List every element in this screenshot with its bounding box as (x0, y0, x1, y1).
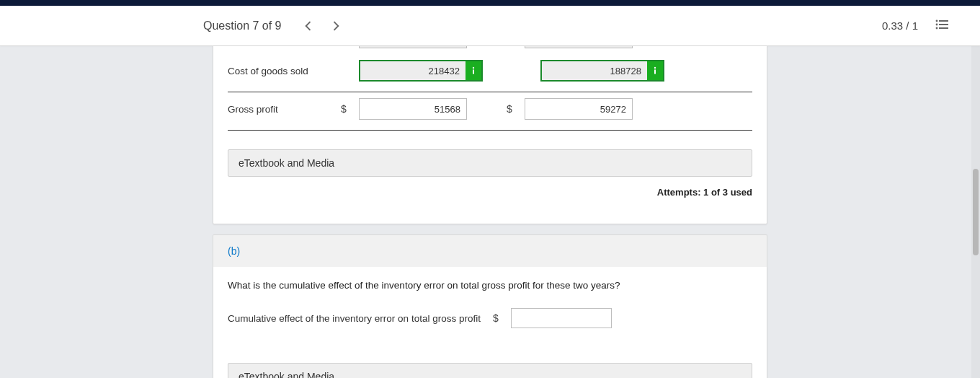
svg-rect-9 (654, 70, 656, 74)
question-counter: Question 7 of 9 (203, 19, 282, 32)
scrollbar-thumb[interactable] (973, 169, 979, 255)
attempts-label: Attempts: 1 of 3 used (228, 183, 752, 209)
table-row: Cost of goods sold $ 218432 $ 188728 (228, 54, 752, 92)
table-row: Sales $ 270000 $ 248000 (228, 46, 752, 54)
currency-symbol: $ (491, 312, 501, 324)
svg-rect-5 (939, 27, 948, 29)
score-display: 0.33 / 1 (882, 19, 918, 32)
prev-question-button[interactable] (302, 20, 313, 32)
gross-col2-value: 59272 (525, 98, 633, 120)
svg-point-6 (473, 67, 474, 69)
row-label-cogs: Cost of goods sold (228, 66, 329, 76)
sales-col1-value: 270000 (359, 46, 467, 48)
info-icon[interactable] (466, 60, 483, 82)
svg-rect-1 (939, 20, 948, 22)
question-list-icon[interactable] (935, 19, 948, 32)
etextbook-accordion[interactable]: eTextbook and Media (228, 363, 752, 378)
cogs-col1-value: 218432 (359, 60, 467, 82)
question-toolbar: Question 7 of 9 0.33 / 1 (0, 6, 980, 46)
svg-point-4 (936, 27, 938, 30)
svg-rect-3 (939, 24, 948, 25)
row-label-gross: Gross profit (228, 104, 329, 115)
top-nav-bar (0, 0, 980, 6)
cumulative-effect-input[interactable] (511, 308, 612, 328)
etextbook-accordion[interactable]: eTextbook and Media (228, 149, 752, 177)
part-b-header[interactable]: (b) (213, 234, 767, 267)
svg-point-0 (936, 20, 938, 22)
answer-label: Cumulative effect of the inventory error… (228, 313, 481, 324)
part-b-question: What is the cumulative effect of the inv… (228, 267, 752, 308)
svg-rect-7 (473, 70, 474, 74)
gross-col1-value: 51568 (359, 98, 467, 120)
svg-point-2 (936, 24, 938, 26)
table-row: Gross profit $ 51568 $ 59272 (228, 92, 752, 131)
cogs-col2-value: 188728 (540, 60, 649, 82)
currency-symbol: $ (504, 103, 514, 115)
next-question-button[interactable] (331, 20, 342, 32)
svg-point-8 (654, 67, 656, 69)
sales-col2-value: 248000 (525, 46, 633, 48)
currency-symbol: $ (339, 103, 349, 115)
info-icon[interactable] (647, 60, 664, 82)
